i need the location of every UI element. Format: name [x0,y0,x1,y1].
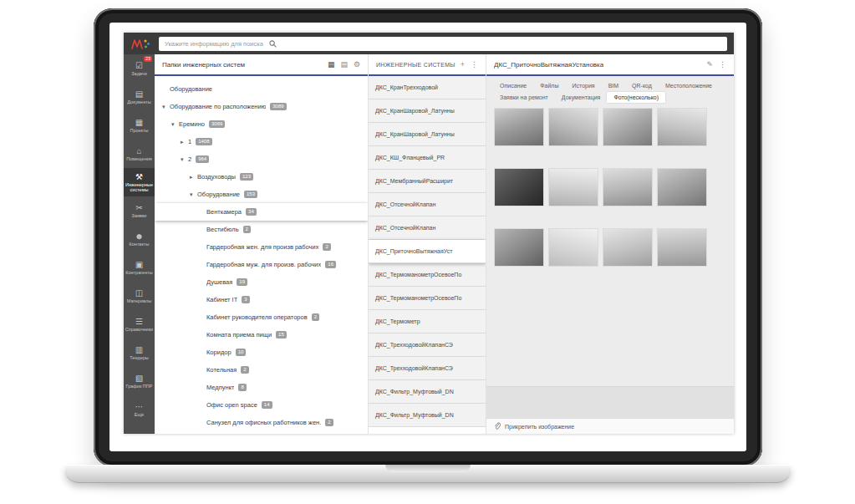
count-badge: 964 [196,155,209,163]
system-list-item[interactable]: ДКС_Термометр [369,310,486,333]
tree-item[interactable]: Медпункт8 [155,379,368,396]
sidebar-item-label: График ППР [126,384,153,389]
photo-thumbnail-3[interactable] [603,109,652,145]
count-badge: 2 [241,366,248,374]
counterparties-icon: ▣ [135,260,143,269]
sidebar-item-engineering-systems[interactable]: ⚒Инженерные системы [124,168,155,196]
system-list-item[interactable]: ДКС_КранШаровой_Латунны [369,123,486,146]
photo-thumbnail-10[interactable] [549,229,598,266]
system-list-item[interactable]: ДКС_ТрехходовойКлапанСЭ [369,357,486,380]
system-list-item[interactable]: ДКС_МембранныйРасширит [369,170,486,193]
photo-thumbnail-5[interactable] [495,169,543,206]
system-list-item[interactable]: ДКС_КранТрехходовой [369,76,486,99]
chevron-right-icon[interactable]: ▸ [181,139,188,145]
details-menu-icon[interactable]: ⋮ [719,60,726,69]
tree-item[interactable]: Кабинет руководителя операторов2 [155,308,368,326]
tree-item[interactable]: ▸Воздуховоды123 [155,168,368,186]
tab-r2-0[interactable]: Заявки на ремонт [493,92,555,103]
sidebar-item-tasks[interactable]: ☑Задачи23 [124,54,155,83]
photo-thumbnail-1[interactable] [495,109,543,145]
sidebar-item-ppr-schedule[interactable]: ▧График ППР [124,367,155,395]
photo-thumbnail-2[interactable] [549,109,598,145]
tab-r2-2[interactable]: Фото(несколько) [607,92,665,103]
app-logo-icon[interactable] [130,38,150,50]
tree-item[interactable]: Гардеробная жен. для произв рабочих2 [155,238,368,256]
tab-r1-2[interactable]: История [565,80,601,91]
add-system-icon[interactable]: + [461,60,465,69]
system-list-item[interactable]: ДКС_Фильтр_Муфтовый_DN [369,380,486,404]
tree-item[interactable]: Котельная2 [155,361,368,379]
sidebar-item-projects[interactable]: ▦Проекты [124,111,155,140]
photo-thumbnail-8[interactable] [658,169,706,206]
tree-item[interactable]: Офис open space14 [155,396,368,414]
tree-item[interactable]: Душевая19 [155,273,368,291]
tree-item[interactable]: ▸11408 [155,133,368,150]
tab-r2-1[interactable]: Документация [555,92,608,103]
tab-r1-0[interactable]: Описание [493,80,533,91]
chevron-down-icon[interactable]: ▾ [181,156,188,163]
count-badge: 123 [240,173,253,181]
tree-item[interactable]: Кабинет IT3 [155,291,368,308]
sidebar-item-more[interactable]: ⋯Ещё [124,395,155,424]
photo-thumbnail-7[interactable] [603,169,652,206]
system-list-item[interactable]: ДКС_ПриточноВытяжнаяУст [369,240,486,263]
system-list-item[interactable]: ДКС_КранШаровой_Латунны [369,99,486,123]
sidebar-item-tenders[interactable]: ▥Тендеры [124,339,155,367]
system-list-item[interactable]: ДКС_ТрехходовойКлапанСЭ [369,333,486,357]
tree-item[interactable]: ▾Оборудование по расположению3089 [155,98,368,115]
photo-thumbnail-6[interactable] [549,169,598,206]
system-list-item[interactable]: ДКС_ТермоманометрОсевоеПо [369,287,486,310]
photo-thumbnail-12[interactable] [658,229,706,266]
tab-r1-5[interactable]: Местоположение [659,80,719,91]
sidebar-item-directories[interactable]: ☰Справочники [124,310,155,339]
search-input[interactable]: Укажите информацию для поиска [159,37,727,51]
tab-r1-1[interactable]: Файлы [533,80,565,91]
tree-item[interactable]: ▾Еремино3069 [155,115,368,133]
tree-item[interactable]: Вестибюль2 [155,221,368,238]
tree-item[interactable]: Комната приема пищи15 [155,326,368,344]
tree-item-label: Комната приема пищи [206,331,272,339]
count-badge: 15 [276,331,287,339]
system-list-item[interactable]: ДКС_ОтсечнойКлапан [369,216,486,240]
count-badge: 2 [323,243,330,251]
chevron-down-icon[interactable]: ▾ [162,104,170,110]
system-list-item[interactable]: ДКС_ОтсечнойКлапан [369,193,486,216]
chevron-down-icon[interactable]: ▾ [171,121,179,128]
photo-thumbnail-11[interactable] [603,229,652,266]
tree-item[interactable]: ▾Оборудование153 [155,186,368,203]
systems-menu-icon[interactable]: ⋮ [471,60,478,69]
sidebar-item-requests[interactable]: ✂Заявки [124,196,155,225]
tree-item-label: Воздуховоды [197,173,236,181]
contacts-icon: ☻ [135,232,144,241]
tree-item[interactable]: Коридор10 [155,344,368,361]
edit-icon[interactable]: ✎ [706,60,713,69]
tree-item[interactable]: ▾2964 [155,150,368,168]
tree-item[interactable]: Санузел для офисных работников жен.2 [155,414,368,431]
tab-r1-4[interactable]: QR-код [625,80,659,91]
tree-item[interactable]: Оборудование [155,80,368,98]
systems-panel-header: ИНЖЕНЕРНЫЕ СИСТЕМЫ + ⋮ [369,54,486,76]
system-list-item[interactable]: ДКС_ТермоманометрОсевоеПо [369,263,486,287]
sidebar-item-documents[interactable]: ▤Документы [124,83,155,111]
attach-image-button[interactable]: Прикрепить изображение [486,418,734,434]
chevron-right-icon[interactable]: ▸ [190,174,197,181]
chevron-down-icon[interactable]: ▾ [190,191,197,198]
system-list-item[interactable]: ДКС_Фильтр_Муфтовый_DN [369,404,486,427]
sidebar-item-counterparties[interactable]: ▣Контрагенты [124,253,155,282]
sidebar-item-materials[interactable]: ◫Материалы [124,282,155,310]
view-columns-icon[interactable]: ▤ [340,60,348,69]
system-list-item[interactable]: ДКС_КШ_Фланцевый_PR [369,146,486,170]
tree-item[interactable]: Гардеробная муж. для произв. рабочих16 [155,256,368,273]
photo-thumbnail-9[interactable] [495,229,543,266]
sidebar-item-contacts[interactable]: ☻Контакты [124,225,155,253]
tab-r1-3[interactable]: BIM [602,80,625,91]
book-icon: ☰ [135,317,143,326]
photo-thumbnail-4[interactable] [658,109,706,145]
view-grid-icon[interactable]: ▦ [328,60,335,69]
details-panel-header: ДКС_ПриточноВытяжнаяУстановка ✎ ⋮ [486,54,734,76]
materials-icon: ◫ [135,288,143,298]
settings-icon[interactable]: ⚙ [354,60,360,69]
sidebar-item-premises[interactable]: ⌂Помещения [124,140,155,168]
projects-icon: ▦ [135,118,143,127]
tree-item[interactable]: Венткамера34 [155,203,368,221]
